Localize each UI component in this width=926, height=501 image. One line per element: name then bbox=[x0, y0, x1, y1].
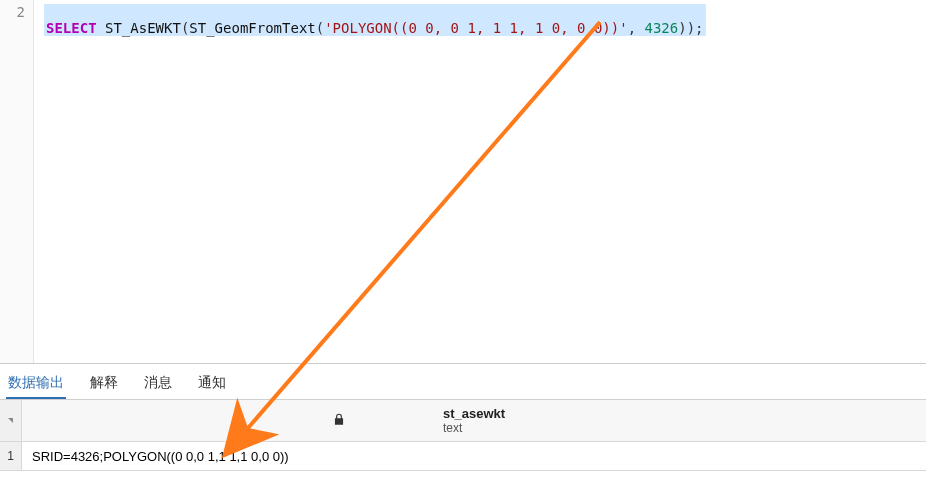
select-all-triangle-icon bbox=[8, 418, 13, 423]
token-space bbox=[97, 20, 105, 36]
tab-notifications[interactable]: 通知 bbox=[196, 366, 228, 399]
line-number: 2 bbox=[17, 4, 25, 20]
column-type: text bbox=[443, 421, 505, 435]
sql-code-line[interactable]: SELECT ST_AsEWKT(ST_GeomFromText('POLYGO… bbox=[44, 4, 706, 36]
column-name: st_asewkt bbox=[443, 406, 505, 421]
token-rparen: ) bbox=[678, 20, 686, 36]
token-func-asewkt: ST_AsEWKT bbox=[105, 20, 181, 36]
cell-value: SRID=4326;POLYGON((0 0,0 1,1 1,1 0,0 0)) bbox=[32, 449, 916, 464]
results-tabs: 数据输出 解释 消息 通知 bbox=[0, 364, 926, 400]
tab-data-output[interactable]: 数据输出 bbox=[6, 366, 66, 399]
sql-editor[interactable]: 2 SELECT ST_AsEWKT(ST_GeomFromText('POLY… bbox=[0, 0, 926, 364]
token-semicolon: ; bbox=[695, 20, 703, 36]
table-row[interactable]: 1 SRID=4326;POLYGON((0 0,0 1,1 1,1 0,0 0… bbox=[0, 442, 926, 471]
token-comma: , bbox=[628, 20, 645, 36]
row-handle-corner[interactable] bbox=[0, 400, 22, 441]
token-rparen: ) bbox=[687, 20, 695, 36]
editor-gutter: 2 bbox=[0, 0, 34, 363]
token-string-wkt: 'POLYGON((0 0, 0 1, 1 1, 1 0, 0 0))' bbox=[324, 20, 627, 36]
cell-st-asewkt[interactable]: SRID=4326;POLYGON((0 0,0 1,1 1,1 0,0 0)) bbox=[22, 442, 926, 470]
column-header-st-asewkt[interactable]: st_asewkt text bbox=[22, 400, 926, 441]
token-func-geomfromtext: ST_GeomFromText bbox=[189, 20, 315, 36]
token-keyword-select: SELECT bbox=[46, 20, 97, 36]
tab-messages[interactable]: 消息 bbox=[142, 366, 174, 399]
results-header-row: st_asewkt text bbox=[0, 400, 926, 442]
lock-icon bbox=[332, 412, 346, 429]
token-number-srid: 4326 bbox=[644, 20, 678, 36]
tab-explain[interactable]: 解释 bbox=[88, 366, 120, 399]
row-number[interactable]: 1 bbox=[0, 442, 22, 470]
token-lparen: ( bbox=[316, 20, 324, 36]
results-grid: st_asewkt text 1 SRID=4326;POLYGON((0 0,… bbox=[0, 400, 926, 471]
